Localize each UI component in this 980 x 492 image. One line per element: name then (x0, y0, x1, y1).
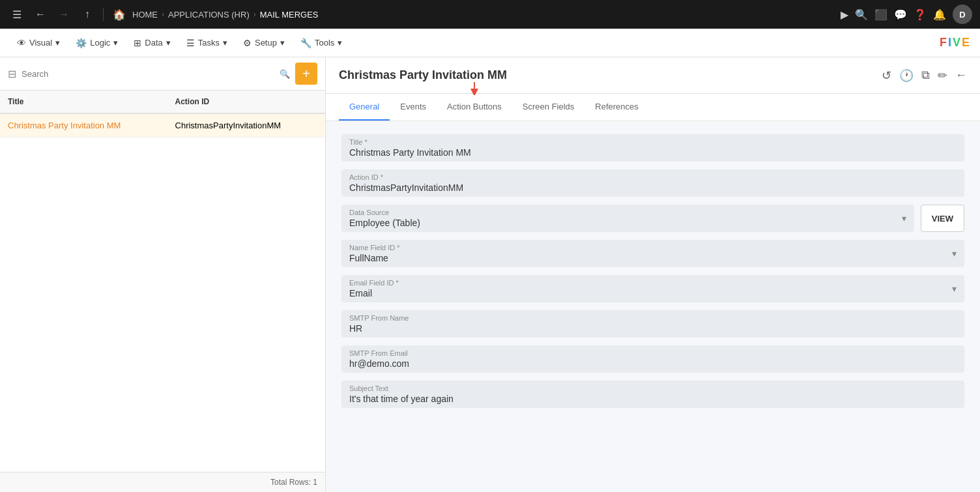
smtp-from-email-value: hr@demo.com (349, 358, 957, 369)
search-input[interactable] (22, 69, 274, 79)
subject-text-label: Subject Text (349, 384, 957, 392)
search-bar: ⊟ 🔍 + (0, 57, 325, 91)
tasks-icon: ☰ (186, 38, 195, 48)
nav-label-tasks: Tasks (198, 38, 220, 48)
tab-references[interactable]: References (584, 94, 648, 121)
user-avatar[interactable]: D (953, 5, 972, 24)
smtp-from-email-label: SMTP From Email (349, 349, 957, 357)
tasks-dropdown-icon: ▾ (223, 38, 227, 48)
breadcrumb-home[interactable]: HOME (132, 10, 158, 20)
play-icon[interactable]: ▶ (841, 8, 848, 21)
nav-label-tools: Tools (315, 38, 334, 48)
tools-icon: 🔧 (300, 38, 311, 48)
right-header: Christmas Party Invitation MM ↺ 🕐 ⧉ ✏ ← (326, 57, 980, 94)
email-field-id-label: Email Field ID * (349, 279, 957, 287)
breadcrumb: 🏠 HOME › APPLICATIONS (HR) › MAIL MERGES (110, 5, 835, 23)
subject-text-field[interactable]: Subject Text It's that time of year agai… (341, 381, 964, 408)
secondary-navigation: 👁 Visual ▾ ⚙️ Logic ▾ ⊞ Data ▾ ☰ Tasks ▾… (0, 29, 980, 57)
nav-item-tasks[interactable]: ☰ Tasks ▾ (180, 34, 234, 52)
back-icon[interactable]: ← (31, 5, 50, 23)
smtp-from-name-field[interactable]: SMTP From Name HR (341, 310, 964, 338)
add-button[interactable]: + (295, 63, 317, 85)
data-source-value: Employee (Table) (349, 218, 906, 228)
nav-item-tools[interactable]: 🔧 Tools ▾ (294, 34, 349, 52)
tab-screen-fields-label: Screen Fields (523, 102, 574, 111)
tools-dropdown-icon: ▾ (338, 38, 342, 48)
breadcrumb-current[interactable]: MAIL MERGES (260, 10, 319, 20)
filter-icon[interactable]: ⊟ (8, 68, 16, 80)
data-source-dropdown-icon: ▾ (902, 213, 906, 224)
subject-text-value: It's that time of year again (349, 394, 957, 404)
total-rows-label: Total Rows: 1 (0, 472, 325, 492)
close-right-icon[interactable]: ← (955, 68, 967, 82)
smtp-from-name-label: SMTP From Name (349, 314, 957, 322)
setup-icon: ⚙ (243, 38, 252, 48)
page-title: Christmas Party Invitation MM (339, 68, 882, 82)
column-header-title: Title (0, 91, 167, 113)
logic-icon: ⚙️ (76, 38, 87, 48)
list-table: Title Action ID Christmas Party Invitati… (0, 91, 325, 472)
top-navigation: ☰ ← → ↑ 🏠 HOME › APPLICATIONS (HR) › MAI… (0, 0, 980, 29)
right-panel: Christmas Party Invitation MM ↺ 🕐 ⧉ ✏ ← … (326, 57, 980, 492)
email-field-id-value: Email (349, 288, 957, 298)
logic-dropdown-icon: ▾ (113, 38, 118, 48)
monitor-icon[interactable]: ⬛ (874, 8, 887, 21)
search-top-icon[interactable]: 🔍 (855, 8, 868, 21)
nav-item-visual[interactable]: 👁 Visual ▾ (10, 34, 66, 52)
five-logo: FIVE (940, 36, 970, 50)
hamburger-icon[interactable]: ☰ (8, 5, 26, 23)
email-field-dropdown-icon: ▾ (952, 283, 957, 294)
nav-item-logic[interactable]: ⚙️ Logic ▾ (69, 34, 124, 52)
tab-screen-fields[interactable]: Screen Fields (512, 94, 584, 121)
title-field-value: Christmas Party Invitation MM (349, 147, 957, 158)
main-layout: ⊟ 🔍 + Title Action ID Christmas Party In… (0, 57, 980, 492)
five-logo-container: FIVE (940, 36, 970, 50)
data-source-field[interactable]: Data Source Employee (Table) ▾ (341, 205, 914, 232)
refresh-icon[interactable]: ↺ (882, 68, 891, 83)
title-field[interactable]: Title * Christmas Party Invitation MM (341, 134, 964, 162)
name-field-id-field[interactable]: Name Field ID * FullName ▾ (341, 240, 964, 267)
breadcrumb-arrow-2: › (253, 10, 256, 19)
email-field-id-field[interactable]: Email Field ID * Email ▾ (341, 275, 964, 302)
tab-general[interactable]: General (339, 94, 390, 121)
nav-label-logic: Logic (90, 38, 110, 48)
nav-item-setup[interactable]: ⚙ Setup ▾ (237, 34, 291, 52)
name-field-dropdown-icon: ▾ (952, 248, 957, 259)
history-icon[interactable]: 🕐 (899, 68, 914, 83)
top-nav-right: ▶ 🔍 ⬛ 💬 ❓ 🔔 D (841, 5, 972, 24)
tab-references-label: References (595, 102, 638, 111)
tab-events-label: Events (400, 102, 426, 111)
chat-icon[interactable]: 💬 (894, 8, 907, 21)
name-field-id-value: FullName (349, 253, 957, 263)
search-icon[interactable]: 🔍 (280, 69, 290, 79)
nav-label-visual: Visual (29, 38, 52, 48)
copy-icon[interactable]: ⧉ (921, 68, 930, 82)
name-field-id-label: Name Field ID * (349, 244, 957, 252)
action-id-field-label: Action ID * (349, 173, 957, 181)
row-action-id: ChristmasPartyInvitationMM (167, 113, 325, 137)
smtp-from-email-field[interactable]: SMTP From Email hr@demo.com (341, 345, 964, 373)
separator (103, 8, 104, 21)
tabs-bar: General Events Action Buttons Scr (326, 94, 980, 121)
tab-action-buttons[interactable]: Action Buttons (437, 94, 512, 121)
tab-action-buttons-label: Action Buttons (447, 102, 502, 111)
row-title: Christmas Party Invitation MM (0, 113, 167, 137)
edit-icon[interactable]: ✏ (938, 68, 947, 83)
nav-item-data[interactable]: ⊞ Data ▾ (127, 34, 177, 52)
column-header-action-id: Action ID (167, 91, 325, 113)
tab-events[interactable]: Events (390, 94, 437, 121)
data-icon: ⊞ (134, 38, 141, 48)
bell-icon[interactable]: 🔔 (933, 8, 946, 21)
setup-dropdown-icon: ▾ (280, 38, 285, 48)
table-row[interactable]: Christmas Party Invitation MM ChristmasP… (0, 113, 325, 137)
forward-icon[interactable]: → (55, 5, 73, 23)
form-content: Title * Christmas Party Invitation MM Ac… (326, 121, 980, 492)
up-icon[interactable]: ↑ (78, 5, 96, 23)
data-source-label: Data Source (349, 209, 906, 216)
view-button[interactable]: VIEW (921, 205, 964, 232)
help-icon[interactable]: ❓ (914, 8, 927, 21)
data-dropdown-icon: ▾ (166, 38, 171, 48)
header-icons: ↺ 🕐 ⧉ ✏ ← (882, 68, 967, 83)
action-id-field[interactable]: Action ID * ChristmasPartyInvitationMM (341, 169, 964, 197)
breadcrumb-apps[interactable]: APPLICATIONS (HR) (168, 10, 250, 20)
